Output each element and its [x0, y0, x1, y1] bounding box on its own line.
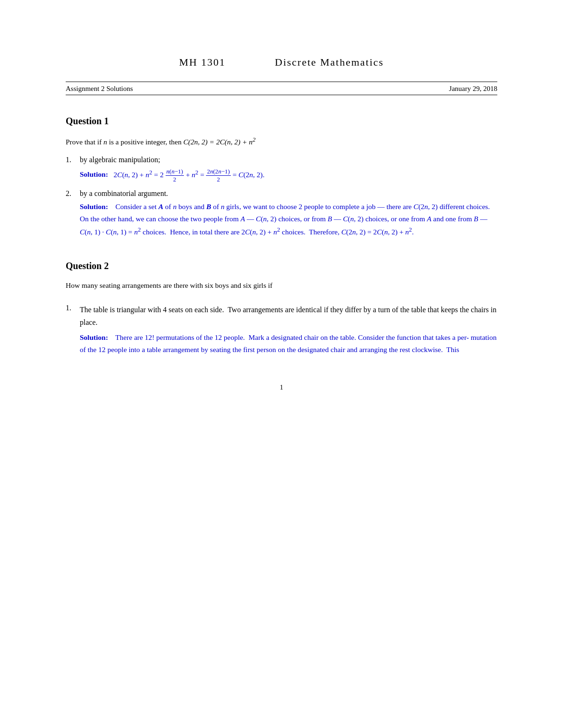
question-1-intro: Prove that if n is a positive integer, t…	[66, 135, 497, 147]
header-top-line	[66, 82, 497, 82]
q1-item-2-number: 2.	[66, 189, 80, 238]
q2-item-1-solution-body: There are 12! permutations of the 12 peo…	[80, 333, 496, 353]
q2-item-1-solution-label: Solution:	[80, 333, 108, 341]
gap-q2-intro	[66, 299, 497, 304]
course-name: Discrete Mathematics	[275, 56, 384, 68]
math-formula-q1: C(2n, 2) = 2C(n, 2) + n2	[183, 138, 256, 146]
q2-item-1-content: The table is triangular with 4 seats on …	[80, 304, 497, 355]
title-section: MH 1301 Discrete Mathematics	[66, 56, 497, 68]
q2-item-1-row: 1. The table is triangular with 4 seats …	[66, 304, 497, 355]
q1-item-2-content: by a combinatorial argument. Solution: C…	[80, 189, 497, 238]
header-row: Assignment 2 Solutions January 29, 2018	[66, 85, 497, 93]
q1-item-1-solution-body: 2C(n, 2) + n2 = 2 n(n−1) 2 + n2 = 2n(2n−…	[110, 171, 265, 179]
q1-item-1-solution-label: Solution:	[80, 171, 108, 179]
assignment-label: Assignment 2 Solutions	[66, 85, 133, 93]
gap-after-header	[66, 95, 497, 116]
question-1-block: Question 1 Prove that if n is a positive…	[66, 116, 497, 238]
q1-item-2-solution: Solution: Consider a set A of n boys and…	[80, 201, 497, 238]
question-2-block: Question 2 How many seating arrangements…	[66, 261, 497, 355]
q2-item-1-number: 1.	[66, 304, 80, 355]
q1-item-1-text: by algebraic manipulation;	[80, 156, 497, 164]
q2-item-1-text: The table is triangular with 4 seats on …	[80, 304, 497, 329]
title-spacer	[243, 56, 257, 68]
question-2-title: Question 2	[66, 261, 497, 271]
q1-item-2-solution-label: Solution:	[80, 203, 108, 210]
course-code: MH 1301	[179, 56, 226, 68]
question-1-title: Question 1	[66, 116, 497, 127]
gap-between-questions	[66, 238, 497, 261]
q1-item-1-content: by algebraic manipulation; Solution: 2C(…	[80, 156, 497, 183]
q1-item-1-number: 1.	[66, 156, 80, 183]
q1-item-1-row: 1. by algebraic manipulation; Solution: …	[66, 156, 497, 183]
date-label: January 29, 2018	[449, 85, 497, 93]
q1-item-2-text: by a combinatorial argument.	[80, 189, 497, 198]
q1-item-2-solution-body: Consider a set A of n boys and B of n gi…	[80, 203, 490, 236]
q1-item-2-row: 2. by a combinatorial argument. Solution…	[66, 189, 497, 238]
q1-item-1-solution: Solution: 2C(n, 2) + n2 = 2 n(n−1) 2 + n…	[80, 167, 497, 183]
page: MH 1301 Discrete Mathematics Assignment …	[0, 0, 563, 728]
main-title: MH 1301 Discrete Mathematics	[66, 56, 497, 68]
page-number: 1	[66, 383, 497, 391]
math-n: n	[104, 138, 107, 146]
question-2-intro: How many seating arrangements are there …	[66, 280, 497, 291]
q2-item-1-solution: Solution: There are 12! permutations of …	[80, 331, 497, 355]
gap-q1-items	[66, 183, 497, 189]
